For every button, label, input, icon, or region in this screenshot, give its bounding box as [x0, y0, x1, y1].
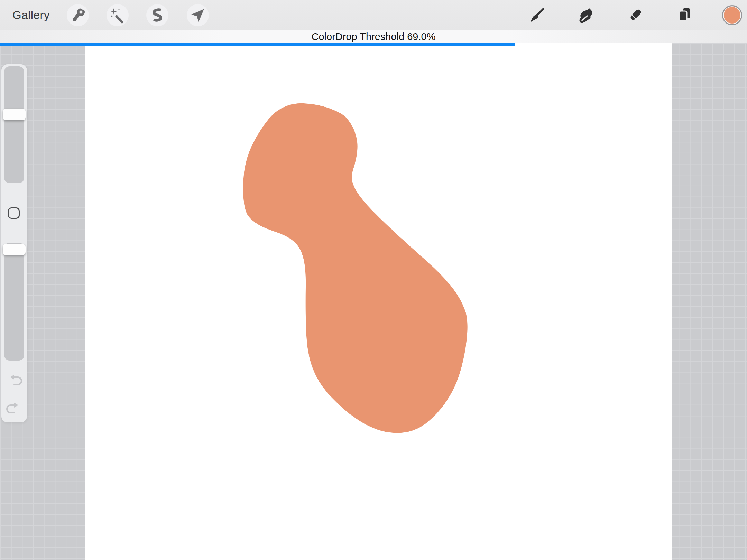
- selection-button[interactable]: [146, 4, 168, 26]
- wrench-icon: [70, 7, 86, 24]
- redo-arrow-icon: [6, 402, 22, 415]
- paint-tool-button[interactable]: [529, 7, 545, 24]
- undo-button[interactable]: [6, 374, 22, 387]
- undo-arrow-icon: [6, 374, 22, 387]
- opacity-slider-track[interactable]: [4, 243, 24, 361]
- eraser-icon: [627, 7, 644, 24]
- canvas-artwork-blob: [243, 103, 468, 433]
- layers-button[interactable]: [676, 7, 692, 24]
- paintbrush-icon: [529, 7, 545, 24]
- colordrop-hud: ColorDrop Threshold 69.0%: [0, 30, 747, 43]
- drawing-canvas[interactable]: [85, 43, 672, 560]
- erase-tool-button[interactable]: [627, 7, 644, 24]
- redo-button[interactable]: [6, 402, 22, 415]
- adjustments-button[interactable]: [107, 4, 129, 26]
- colordrop-threshold-label: ColorDrop Threshold 69.0%: [312, 31, 436, 43]
- actions-button[interactable]: [67, 4, 89, 26]
- transform-arrow-icon: [190, 7, 206, 24]
- top-toolbar: Gallery: [0, 0, 747, 30]
- color-swatch-button[interactable]: [722, 5, 742, 25]
- brush-size-slider-thumb[interactable]: [3, 109, 26, 120]
- selection-s-icon: [149, 7, 166, 24]
- opacity-slider-thumb[interactable]: [3, 244, 26, 255]
- workspace-background: [0, 43, 747, 560]
- modify-button[interactable]: [8, 207, 20, 219]
- gallery-button[interactable]: Gallery: [12, 0, 50, 30]
- left-sidebar: [1, 64, 27, 422]
- canvas-artwork: [85, 43, 672, 560]
- smudge-tool-button[interactable]: [578, 7, 594, 24]
- smudge-icon: [578, 7, 594, 24]
- layers-icon: [676, 7, 692, 24]
- brush-size-slider-track[interactable]: [4, 66, 24, 183]
- magic-wand-icon: [109, 7, 126, 24]
- colordrop-progress-bar[interactable]: [0, 43, 515, 46]
- transform-button[interactable]: [187, 4, 209, 26]
